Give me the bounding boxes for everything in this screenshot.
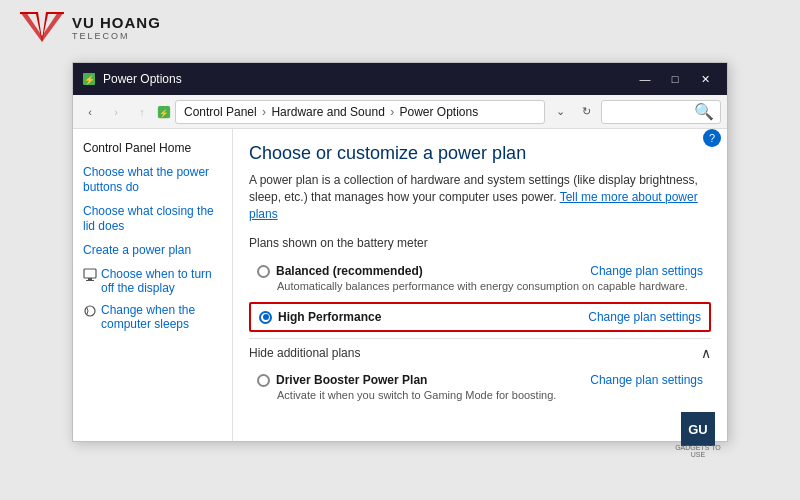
- plan-header-balanced: Balanced (recommended) Change plan setti…: [257, 264, 703, 278]
- address-path: Control Panel › Hardware and Sound › Pow…: [184, 105, 478, 119]
- hardware-sound-link[interactable]: Hardware and Sound: [271, 105, 384, 119]
- addr-controls: ⌄ ↻: [549, 101, 597, 123]
- svg-point-9: [85, 306, 95, 316]
- svg-rect-8: [86, 280, 94, 281]
- logo-area: VU HOANG TELECOM: [20, 12, 161, 42]
- svg-marker-1: [20, 12, 64, 42]
- title-bar-title: Power Options: [103, 72, 631, 86]
- sidebar-item-sleep-label: Change when the computer sleeps: [101, 303, 222, 331]
- svg-text:⚡: ⚡: [159, 107, 169, 117]
- power-options-window: ⚡ Power Options — □ ✕ ‹ › ↑ ⚡ Control Pa…: [72, 62, 728, 442]
- sleep-icon: [83, 304, 97, 318]
- close-button[interactable]: ✕: [691, 69, 719, 89]
- title-bar-controls: — □ ✕: [631, 69, 719, 89]
- change-plan-high-perf[interactable]: Change plan settings: [588, 310, 701, 324]
- hide-plans-bar[interactable]: Hide additional plans ∧: [249, 338, 711, 367]
- logo-name: VU HOANG: [72, 14, 161, 31]
- plan-label-driver-booster: Driver Booster Power Plan: [257, 373, 427, 387]
- chevron-up-icon: ∧: [701, 345, 711, 361]
- plan-label-high-perf: High Performance: [259, 310, 381, 324]
- path-icon: ⚡: [157, 105, 171, 119]
- sidebar-item-power-buttons[interactable]: Choose what the power buttons do: [83, 165, 222, 196]
- vu-hoang-logo-icon: [20, 12, 64, 42]
- plan-item-driver-booster: Driver Booster Power Plan Change plan se…: [249, 367, 711, 407]
- plan-desc-balanced: Automatically balances performance with …: [277, 280, 703, 292]
- plan-header-driver-booster: Driver Booster Power Plan Change plan se…: [257, 373, 703, 387]
- plan-desc-driver-booster: Activate it when you switch to Gaming Mo…: [277, 389, 703, 401]
- radio-driver-booster[interactable]: [257, 374, 270, 387]
- plan-label-balanced: Balanced (recommended): [257, 264, 423, 278]
- plan-header-high-perf: High Performance Change plan settings: [259, 310, 701, 324]
- plan-item-high-perf: High Performance Change plan settings: [249, 302, 711, 332]
- radio-high-perf[interactable]: [259, 311, 272, 324]
- svg-rect-6: [84, 269, 96, 278]
- gadgets-to-use-text: GADGETS TO USE: [674, 444, 722, 458]
- search-input[interactable]: [608, 106, 694, 118]
- forward-button[interactable]: ›: [105, 101, 127, 123]
- minimize-button[interactable]: —: [631, 69, 659, 89]
- sidebar: Control Panel Home Choose what the power…: [73, 129, 233, 441]
- change-plan-balanced[interactable]: Change plan settings: [590, 264, 703, 278]
- radio-balanced[interactable]: [257, 265, 270, 278]
- main-title: Choose or customize a power plan: [249, 143, 711, 164]
- control-panel-link[interactable]: Control Panel: [184, 105, 257, 119]
- sidebar-item-create-plan[interactable]: Create a power plan: [83, 243, 222, 259]
- main-desc: A power plan is a collection of hardware…: [249, 172, 711, 222]
- sidebar-item-home: Control Panel Home: [83, 141, 222, 157]
- main-panel: Choose or customize a power plan A power…: [233, 129, 727, 441]
- content-area: Control Panel Home Choose what the power…: [73, 129, 727, 441]
- refresh-button[interactable]: ↻: [575, 101, 597, 123]
- search-icon: 🔍: [694, 102, 714, 121]
- sidebar-item-turn-off-display[interactable]: Choose when to turn off the display: [83, 267, 222, 295]
- title-bar-icon: ⚡: [81, 71, 97, 87]
- logo-text: VU HOANG TELECOM: [72, 14, 161, 41]
- hide-plans-label: Hide additional plans: [249, 346, 360, 360]
- svg-text:⚡: ⚡: [84, 74, 96, 86]
- plan-item-balanced: Balanced (recommended) Change plan setti…: [249, 258, 711, 298]
- maximize-button[interactable]: □: [661, 69, 689, 89]
- monitor-icon: [83, 268, 97, 282]
- sidebar-item-closing-lid[interactable]: Choose what closing the lid does: [83, 204, 222, 235]
- up-button[interactable]: ↑: [131, 101, 153, 123]
- search-box[interactable]: 🔍: [601, 100, 721, 124]
- power-options-crumb: Power Options: [400, 105, 479, 119]
- dropdown-button[interactable]: ⌄: [549, 101, 571, 123]
- svg-rect-7: [88, 278, 92, 280]
- sidebar-item-turn-off-label: Choose when to turn off the display: [101, 267, 222, 295]
- address-input[interactable]: Control Panel › Hardware and Sound › Pow…: [175, 100, 545, 124]
- address-bar: ‹ › ↑ ⚡ Control Panel › Hardware and Sou…: [73, 95, 727, 129]
- help-button[interactable]: ?: [703, 129, 721, 147]
- section-label: Plans shown on the battery meter: [249, 236, 711, 250]
- title-bar: ⚡ Power Options — □ ✕: [73, 63, 727, 95]
- back-button[interactable]: ‹: [79, 101, 101, 123]
- logo-sub: TELECOM: [72, 31, 161, 41]
- change-plan-driver-booster[interactable]: Change plan settings: [590, 373, 703, 387]
- gadgets-logo-box: GU: [681, 412, 715, 446]
- sidebar-item-sleep[interactable]: Change when the computer sleeps: [83, 303, 222, 331]
